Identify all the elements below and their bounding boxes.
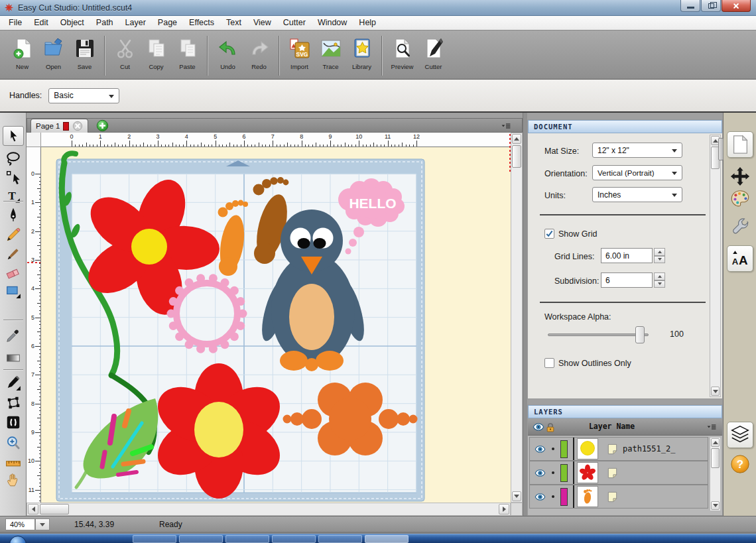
menu-window[interactable]: Window (312, 16, 353, 30)
layer-thumbnail[interactable] (577, 438, 598, 459)
subdivision-stepper[interactable] (654, 272, 665, 288)
dock-layers-icon[interactable] (727, 422, 753, 448)
dock-move-icon[interactable] (729, 166, 751, 187)
toolbar-trace-button[interactable]: Trace (315, 35, 346, 76)
show-outlines-checkbox[interactable] (544, 358, 554, 368)
toolbar-preview-button[interactable]: Preview (387, 35, 418, 76)
note-icon[interactable] (606, 467, 619, 479)
taskbar-app-button[interactable] (365, 535, 409, 543)
tool-knife[interactable] (5, 375, 21, 391)
scroll-up-button[interactable] (711, 438, 720, 447)
tool-stencil[interactable] (5, 414, 21, 430)
tool-node-select[interactable] (5, 170, 21, 186)
dock-grip[interactable] (718, 138, 724, 160)
close-button[interactable] (722, 0, 751, 12)
dock-palette-icon[interactable] (729, 188, 751, 210)
scroll-left-button[interactable] (28, 504, 38, 514)
horizontal-scroll-thumb[interactable] (40, 504, 69, 514)
tab-options-menu-icon[interactable] (499, 121, 513, 131)
menu-page[interactable]: Page (152, 16, 183, 30)
add-page-button[interactable] (96, 119, 109, 132)
step-up-icon[interactable] (654, 272, 665, 280)
grid-lines-input[interactable]: 6.00 in (601, 248, 653, 263)
subdivision-input[interactable]: 6 (601, 272, 653, 288)
visibility-eye-icon[interactable] (535, 467, 546, 479)
toolbar-import-button[interactable]: SVGImport (284, 35, 315, 76)
start-orb[interactable] (9, 536, 27, 543)
orientation-select[interactable]: Vertical (Portrait) (592, 165, 682, 180)
scroll-down-button[interactable] (512, 491, 521, 501)
menu-file[interactable]: File (3, 16, 28, 30)
layer-row-3[interactable] (529, 485, 708, 509)
dock-help-icon[interactable]: ? (729, 453, 751, 475)
mat-size-select[interactable]: 12" x 12" (592, 143, 682, 158)
page-color-swatch[interactable] (63, 122, 69, 131)
layer-thumbnail[interactable] (577, 462, 598, 483)
tool-pencil[interactable] (5, 227, 21, 243)
windows-taskbar[interactable] (0, 534, 756, 543)
toolbar-new-button[interactable]: New (7, 35, 38, 76)
taskbar-app-button[interactable] (179, 535, 223, 543)
taskbar-app-button[interactable] (225, 535, 269, 543)
minimize-button[interactable] (680, 0, 700, 12)
tool-ruler[interactable] (5, 455, 21, 471)
tool-eyedropper[interactable] (5, 328, 21, 343)
menu-help[interactable]: Help (353, 16, 382, 30)
tool-zoom[interactable] (5, 435, 21, 451)
menu-edit[interactable]: Edit (28, 16, 54, 30)
menu-path[interactable]: Path (90, 16, 119, 30)
workspace-alpha-slider[interactable] (548, 333, 649, 336)
handles-select[interactable]: Basic (48, 88, 119, 103)
tool-eraser[interactable] (5, 265, 21, 280)
note-icon[interactable] (606, 491, 619, 503)
tab-page-1[interactable]: Page 1 (31, 119, 88, 133)
panel-splitter[interactable] (523, 113, 527, 516)
scroll-right-button[interactable] (499, 504, 509, 514)
close-page-icon[interactable] (72, 121, 83, 131)
toolbar-library-button[interactable]: Library (346, 35, 377, 76)
taskbar-app-button[interactable] (272, 535, 316, 543)
workspace-alpha-thumb[interactable] (635, 326, 645, 343)
tool-brush[interactable] (5, 246, 21, 262)
design-canvas[interactable]: HELLO (41, 147, 511, 503)
menu-layer[interactable]: Layer (119, 16, 152, 30)
step-down-icon[interactable] (654, 280, 665, 288)
units-select[interactable]: Inches (592, 187, 682, 202)
menu-text[interactable]: Text (220, 16, 247, 30)
zoom-level-input[interactable]: 40% (5, 518, 35, 530)
toolbar-open-button[interactable]: Open (38, 35, 69, 76)
tool-rectangle[interactable] (5, 283, 21, 299)
menu-cutter[interactable]: Cutter (277, 16, 312, 30)
toolbar-cutter-button[interactable]: Cutter (418, 35, 449, 76)
layer-color-bar[interactable] (560, 488, 568, 506)
step-down-icon[interactable] (654, 256, 665, 264)
scroll-down-button[interactable] (711, 501, 720, 510)
layer-row-1[interactable]: path1551_2_ (529, 437, 708, 461)
menu-object[interactable]: Object (54, 16, 90, 30)
tool-node-edit[interactable] (5, 395, 21, 411)
zoom-dropdown-button[interactable] (35, 518, 50, 530)
restore-button[interactable] (701, 0, 721, 12)
tool-pen[interactable] (5, 207, 21, 223)
step-up-icon[interactable] (654, 248, 665, 256)
visibility-eye-icon[interactable] (535, 491, 546, 503)
canvas-horizontal-scrollbar[interactable] (27, 503, 511, 516)
layers-scrollbar[interactable] (710, 437, 721, 511)
layer-color-bar[interactable] (560, 440, 568, 458)
visibility-eye-icon[interactable] (535, 444, 546, 455)
dock-wrench-icon[interactable] (729, 216, 751, 237)
tool-hand[interactable] (5, 471, 21, 487)
layer-thumbnail[interactable] (577, 486, 598, 507)
taskbar-app-button[interactable] (318, 535, 362, 543)
layer-row-2[interactable] (529, 461, 708, 485)
toolbar-undo-button[interactable]: Undo (212, 35, 243, 76)
menu-effects[interactable]: Effects (183, 16, 220, 30)
canvas-vertical-scrollbar[interactable] (511, 133, 523, 503)
toolbar-save-button[interactable]: Save (69, 35, 100, 76)
document-panel-scrollbar[interactable] (710, 135, 721, 397)
scroll-up-button[interactable] (512, 134, 521, 144)
scroll-down-button[interactable] (711, 387, 720, 396)
vertical-scroll-thumb[interactable] (512, 145, 521, 168)
taskbar-app-button[interactable] (133, 535, 176, 543)
tool-select[interactable] (3, 126, 24, 146)
